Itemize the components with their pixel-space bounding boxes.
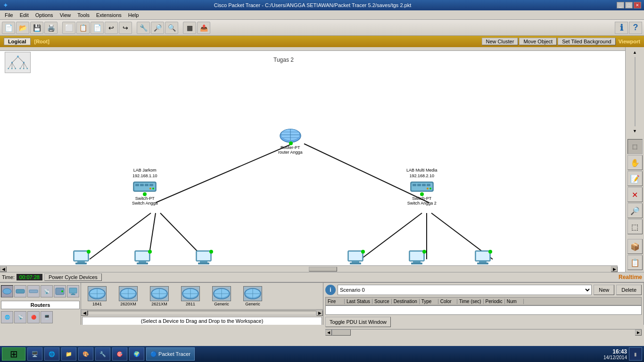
set-tiled-bg-button[interactable]: Set Tiled Background: [558, 38, 616, 45]
menu-extensions[interactable]: Extensions: [93, 12, 124, 18]
sub-icon-4[interactable]: 🖥️: [41, 311, 53, 323]
pdu-inspect-button[interactable]: 📋: [627, 255, 643, 270]
sc-scroll-left[interactable]: ◀: [325, 329, 332, 336]
hscroll-track[interactable]: [7, 266, 611, 272]
maximize-button[interactable]: □: [625, 2, 633, 8]
info-button[interactable]: ℹ: [615, 22, 628, 34]
vscroll-up[interactable]: ▲: [633, 49, 637, 56]
menu-help[interactable]: Help: [125, 12, 142, 18]
routers-category[interactable]: [1, 285, 13, 297]
svg-rect-48: [74, 252, 88, 260]
dev-scroll-left[interactable]: ◀: [81, 310, 88, 316]
open-button[interactable]: 📂: [16, 22, 29, 34]
svg-point-10: [23, 62, 25, 63]
dev-scroll-track[interactable]: [88, 311, 316, 315]
device-2620xm-icon: [119, 286, 138, 301]
config-button[interactable]: 🔧: [137, 22, 150, 34]
print-button[interactable]: 🖨️: [44, 22, 58, 34]
dev-scroll-right[interactable]: ▶: [316, 310, 323, 316]
svg-rect-77: [72, 293, 74, 294]
power-cycle-button[interactable]: Power Cycle Devices: [44, 273, 102, 281]
redo-button[interactable]: ↪: [119, 22, 132, 34]
zoom-in-button[interactable]: 🔎: [151, 22, 164, 34]
switches-category[interactable]: [14, 285, 26, 297]
device-generic1[interactable]: Generic: [207, 286, 236, 306]
hscrollbar[interactable]: ◀ ▶: [0, 265, 618, 272]
status-dot: [148, 250, 152, 254]
area-select-button[interactable]: ⬚: [627, 219, 643, 234]
taskbar-app-8[interactable]: 🔵 Packet Tracer: [146, 347, 195, 361]
delete-tool-button[interactable]: ✕: [627, 187, 643, 202]
sub-icon-3[interactable]: 🔴: [27, 311, 40, 323]
device-1841[interactable]: 1841: [83, 286, 111, 306]
scenario-delete-button[interactable]: Delete: [616, 285, 642, 295]
taskbar-app-6[interactable]: 🎯: [112, 347, 127, 361]
menu-view[interactable]: View: [57, 12, 74, 18]
sc-scroll-thumb[interactable]: [332, 329, 351, 336]
device-2620xm[interactable]: 2620XM: [114, 286, 142, 306]
pdu-add-button[interactable]: 📦: [627, 239, 643, 254]
taskbar-app-1[interactable]: 🖥️: [27, 347, 42, 361]
selection-tool-button[interactable]: ⬚: [627, 139, 643, 154]
network-canvas[interactable]: Tugas 2: [0, 47, 625, 272]
svg-rect-11: [8, 68, 9, 69]
device-generic2[interactable]: Generic: [239, 286, 267, 306]
svg-rect-69: [479, 261, 487, 263]
note-tool-button[interactable]: 📝: [627, 171, 643, 186]
switch1-ip: 192.168.1.10: [132, 173, 157, 178]
save-button[interactable]: 💾: [30, 22, 43, 34]
scenario-dropdown[interactable]: Scenario 0: [338, 285, 592, 295]
vscroll-track[interactable]: [635, 57, 636, 126]
pan-tool-button[interactable]: ✋: [627, 155, 643, 170]
scenario-table-body: [325, 305, 642, 315]
hubs-category[interactable]: [27, 285, 40, 297]
scenario-hscroll[interactable]: ◀ ▶: [325, 329, 642, 336]
svg-rect-61: [352, 261, 359, 263]
switch1-device[interactable]: LAB Jarkom 192.168.1.10 Switch-PT Switch…: [132, 168, 158, 206]
vscroll-down[interactable]: ▼: [633, 128, 637, 134]
hscroll-thumb[interactable]: [309, 267, 337, 272]
sub-icon-2[interactable]: 📡: [14, 311, 26, 323]
move-object-button[interactable]: Move Object: [519, 38, 557, 45]
zoom-tool-button[interactable]: 🔎: [627, 203, 643, 218]
minimize-button[interactable]: _: [617, 2, 624, 8]
logical-button[interactable]: Logical: [4, 38, 31, 45]
pcs-category[interactable]: [67, 285, 79, 297]
wireless-category[interactable]: 📡: [41, 285, 53, 297]
toggle-pdu-button[interactable]: Toggle PDU List Window: [325, 317, 391, 327]
new-cluster-button[interactable]: New Cluster: [482, 38, 519, 45]
device-2811[interactable]: 2811: [176, 286, 205, 306]
taskbar-show-desktop[interactable]: ▮: [629, 347, 642, 361]
sub-icon-1[interactable]: 🌐: [1, 311, 13, 323]
hscroll-left[interactable]: ◀: [0, 266, 7, 272]
copy-button[interactable]: 📋: [76, 22, 90, 34]
scenario-new-button[interactable]: New: [594, 285, 614, 295]
taskbar-app-2[interactable]: 🌐: [44, 347, 59, 361]
taskbar-app-4[interactable]: 🎨: [78, 347, 93, 361]
switch2-device[interactable]: LAB Multi Media 192.168.2.10 Switch-PT S…: [406, 168, 438, 206]
new-button[interactable]: 📄: [2, 22, 15, 34]
start-button[interactable]: ⊞: [2, 347, 25, 361]
menu-edit[interactable]: Edit: [17, 12, 32, 18]
hscroll-right[interactable]: ▶: [611, 266, 618, 272]
taskbar-app-7[interactable]: 🌍: [129, 347, 144, 361]
menu-tools[interactable]: Tools: [74, 12, 92, 18]
custom-button[interactable]: 📤: [197, 22, 210, 34]
servers-category[interactable]: [54, 285, 66, 297]
taskbar-app-5[interactable]: 🔧: [95, 347, 110, 361]
sc-scroll-track[interactable]: [332, 329, 635, 336]
undo-button[interactable]: ↩: [105, 22, 118, 34]
close-button[interactable]: ✕: [634, 2, 641, 8]
taskbar-app-3[interactable]: 📁: [61, 347, 76, 361]
paste-button[interactable]: 📄: [91, 22, 104, 34]
help-button[interactable]: ?: [629, 22, 642, 34]
grid-button[interactable]: ▦: [183, 22, 196, 34]
menu-options[interactable]: Options: [33, 12, 56, 18]
zoom-out-button[interactable]: 🔍: [165, 22, 178, 34]
rect-button[interactable]: ⬜: [62, 22, 75, 34]
menu-file[interactable]: File: [2, 12, 16, 18]
device-2621xm[interactable]: 2621XM: [145, 286, 173, 306]
router-device[interactable]: Router-PT router Angga: [278, 127, 303, 155]
sc-scroll-right[interactable]: ▶: [635, 329, 642, 336]
device-scrollbar[interactable]: ◀ ▶: [81, 309, 323, 316]
